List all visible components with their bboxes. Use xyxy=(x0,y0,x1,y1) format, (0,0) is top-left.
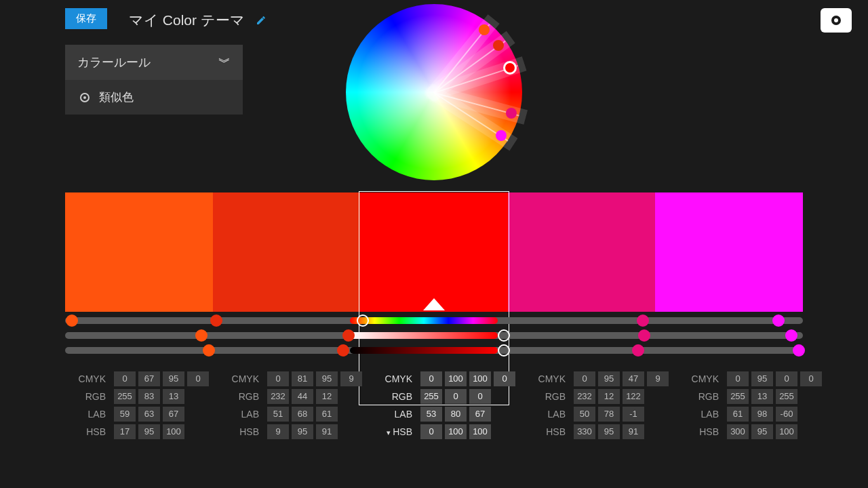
lab-value[interactable]: 63 xyxy=(138,407,160,422)
lab-value[interactable]: -1 xyxy=(623,407,644,422)
rgb-value[interactable]: 255 xyxy=(776,389,797,404)
hsb-value[interactable]: 100 xyxy=(776,424,797,439)
lab-value[interactable]: 53 xyxy=(420,407,442,422)
cmyk-value[interactable]: 0 xyxy=(776,371,797,386)
brightness-slider[interactable] xyxy=(65,347,803,354)
cmyk-value[interactable]: 100 xyxy=(469,371,491,386)
hsb-value[interactable]: 95 xyxy=(598,424,620,439)
cmyk-value[interactable]: 95 xyxy=(163,371,184,386)
color-wheel[interactable] xyxy=(346,4,522,180)
cmyk-value[interactable]: 0 xyxy=(727,371,749,386)
rgb-value[interactable]: 13 xyxy=(163,389,184,404)
hsb-value[interactable]: 17 xyxy=(114,424,136,439)
hsb-value[interactable]: 95 xyxy=(138,424,160,439)
wheel-handle[interactable] xyxy=(496,130,507,141)
swatch-4[interactable] xyxy=(655,192,803,312)
slider-handle[interactable] xyxy=(195,329,208,342)
lab-value[interactable]: 68 xyxy=(292,407,313,422)
rgb-value[interactable]: 255 xyxy=(420,389,442,404)
cmyk-value[interactable]: 67 xyxy=(138,371,160,386)
rgb-value[interactable]: 12 xyxy=(316,389,338,404)
cmyk-value[interactable]: 0 xyxy=(420,371,442,386)
rgb-value[interactable]: 0 xyxy=(469,389,491,404)
rgb-value[interactable]: 44 xyxy=(292,389,313,404)
wheel-handle[interactable] xyxy=(479,24,490,35)
slider-handle[interactable] xyxy=(785,329,797,342)
hsb-value[interactable]: 95 xyxy=(751,424,773,439)
slider-handle[interactable] xyxy=(793,344,805,357)
rgb-value[interactable]: 232 xyxy=(267,389,289,404)
lab-value[interactable]: 98 xyxy=(751,407,773,422)
lab-value[interactable]: 80 xyxy=(445,407,467,422)
lab-value[interactable]: 78 xyxy=(598,407,620,422)
hsb-value[interactable]: 95 xyxy=(292,424,313,439)
slider-handle[interactable] xyxy=(772,314,785,327)
slider-handle[interactable] xyxy=(498,329,510,342)
hsb-value[interactable]: 100 xyxy=(445,424,467,439)
camera-button[interactable] xyxy=(821,8,852,33)
cmyk-value[interactable]: 9 xyxy=(647,371,669,386)
rgb-value[interactable]: 12 xyxy=(598,389,620,404)
hsb-value[interactable]: 100 xyxy=(163,424,184,439)
slider-handle[interactable] xyxy=(203,344,215,357)
slider-handle[interactable] xyxy=(342,329,355,342)
cmyk-value[interactable]: 0 xyxy=(574,371,595,386)
hsb-value[interactable]: 300 xyxy=(727,424,749,439)
lab-value[interactable]: 61 xyxy=(727,407,749,422)
cmyk-value[interactable]: 95 xyxy=(751,371,773,386)
wheel-handle[interactable] xyxy=(493,40,504,51)
swatch-1[interactable] xyxy=(213,192,361,312)
cmyk-value[interactable]: 81 xyxy=(292,371,313,386)
color-rule-dropdown[interactable]: カラールール ︾ xyxy=(65,45,243,80)
lab-value[interactable]: 61 xyxy=(316,407,338,422)
slider-handle[interactable] xyxy=(632,344,644,357)
saturation-slider[interactable] xyxy=(65,332,803,339)
hsb-value[interactable]: 9 xyxy=(267,424,289,439)
slider-handle[interactable] xyxy=(637,314,649,327)
cmyk-value[interactable]: 47 xyxy=(623,371,644,386)
slider-handle[interactable] xyxy=(337,344,349,357)
wheel-handle[interactable] xyxy=(503,61,517,75)
cmyk-value[interactable]: 95 xyxy=(316,371,338,386)
color-rule-option[interactable]: 類似色 xyxy=(65,80,243,115)
rgb-value[interactable]: 232 xyxy=(574,389,595,404)
slider-handle[interactable] xyxy=(66,314,78,327)
slider-handle[interactable] xyxy=(210,314,222,327)
slider-handle[interactable] xyxy=(357,314,369,327)
rgb-value[interactable]: 255 xyxy=(114,389,136,404)
rgb-value[interactable]: 0 xyxy=(445,389,467,404)
slider-handle[interactable] xyxy=(638,329,650,342)
hsb-value[interactable]: 330 xyxy=(574,424,595,439)
hsb-value[interactable]: 100 xyxy=(469,424,491,439)
wheel-handle[interactable] xyxy=(506,108,517,119)
rgb-value[interactable]: 255 xyxy=(727,389,749,404)
cmyk-value[interactable]: 95 xyxy=(598,371,620,386)
cmyk-value[interactable]: 0 xyxy=(187,371,209,386)
lab-value[interactable]: 59 xyxy=(114,407,136,422)
swatch-0[interactable] xyxy=(65,192,213,312)
cmyk-value[interactable]: 0 xyxy=(114,371,136,386)
cmyk-value[interactable]: 0 xyxy=(267,371,289,386)
swatch-3[interactable] xyxy=(508,192,656,312)
rgb-value[interactable]: 13 xyxy=(751,389,773,404)
hsb-value[interactable]: 91 xyxy=(623,424,644,439)
hue-slider[interactable] xyxy=(65,317,803,324)
cmyk-value[interactable]: 0 xyxy=(494,371,515,386)
swatch-2[interactable] xyxy=(360,192,508,312)
cmyk-value[interactable]: 100 xyxy=(445,371,467,386)
hsb-value[interactable]: 91 xyxy=(316,424,338,439)
lab-value[interactable]: 67 xyxy=(469,407,491,422)
lab-value[interactable]: 50 xyxy=(574,407,595,422)
hsb-label[interactable]: HSB xyxy=(381,426,418,437)
rgb-value[interactable]: 122 xyxy=(623,389,644,404)
hsb-value[interactable]: 0 xyxy=(420,424,442,439)
lab-value[interactable]: 67 xyxy=(163,407,184,422)
lab-value[interactable]: 51 xyxy=(267,407,289,422)
cmyk-value[interactable]: 9 xyxy=(340,371,362,386)
lab-value[interactable]: -60 xyxy=(776,407,797,422)
slider-handle[interactable] xyxy=(498,344,510,357)
cmyk-value[interactable]: 0 xyxy=(800,371,822,386)
rgb-value[interactable]: 83 xyxy=(138,389,160,404)
edit-icon[interactable] xyxy=(256,15,267,26)
save-button[interactable]: 保存 xyxy=(65,8,107,29)
